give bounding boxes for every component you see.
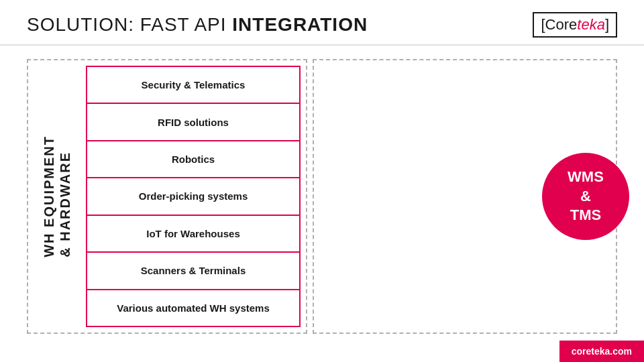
header-divider [0,44,644,46]
list-item: Scanners & Terminals [87,253,299,290]
logo-bracket-right: ] [605,16,609,33]
title-bold: INTEGRATION [232,14,368,35]
list-item: Order-picking systems [87,178,299,215]
item-label: Order-picking systems [139,190,248,202]
main-content: WH EQUIPMENT& HARDWARE Security & Telema… [0,52,644,341]
footer-url: coreteka.com [559,341,644,362]
list-item: Robotics [87,141,299,178]
wms-text: WMS & TMS [568,168,604,225]
item-label: RFID solutions [158,117,229,128]
wh-label-container: WH EQUIPMENT& HARDWARE [34,66,80,327]
item-label: Various automated WH systems [117,302,270,314]
item-label: IoT for Warehouses [146,228,239,239]
header: SOLUTION: FAST API INTEGRATION [Coreteka… [0,0,644,44]
item-label: Robotics [172,154,215,165]
logo-core: Core [545,16,578,33]
page-title: SOLUTION: FAST API INTEGRATION [27,14,368,36]
wh-label-line1: WH EQUIPMENT& HARDWARE [42,135,72,257]
title-regular: SOLUTION: FAST API [27,14,232,35]
item-label: Security & Telematics [142,79,246,90]
list-item: IoT for Warehouses [87,216,299,253]
wh-label: WH EQUIPMENT& HARDWARE [41,135,73,257]
item-label: Scanners & Terminals [141,265,246,276]
wms-line3: TMS [570,206,601,223]
list-item: Security & Telematics [87,67,299,104]
items-column: Security & Telematics RFID solutions Rob… [86,66,301,327]
wms-circle: WMS & TMS [542,153,629,240]
list-item: Various automated WH systems [87,290,299,326]
wh-equipment-box: WH EQUIPMENT& HARDWARE Security & Telema… [27,59,307,334]
list-item: RFID solutions [87,104,299,141]
wms-section: WMS & TMS [313,59,617,334]
logo-teka: teka [577,16,605,33]
wms-line2: & [580,188,591,204]
wms-line1: WMS [568,168,604,185]
logo: [Coreteka] [533,12,617,38]
